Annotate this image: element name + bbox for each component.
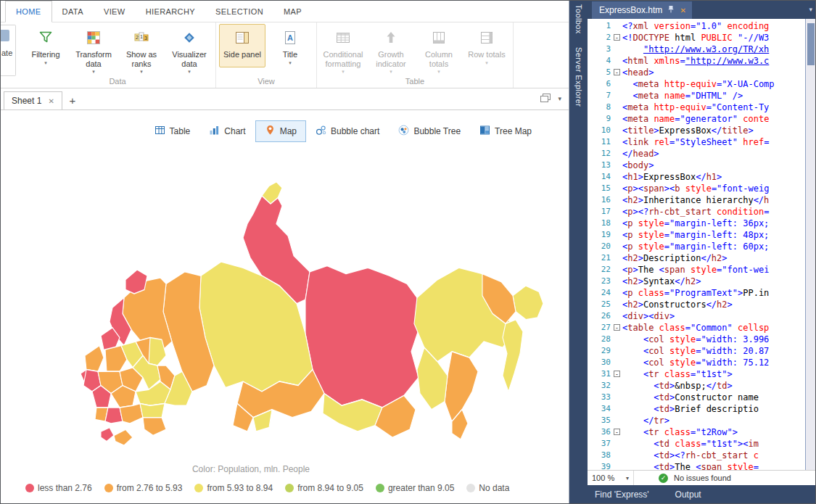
line-number: 39 (588, 461, 613, 470)
map-region[interactable] (120, 403, 143, 424)
growth-indicator-button[interactable]: Growth indicator▾ (368, 24, 414, 76)
side-tab-toolbox[interactable]: Toolbox (574, 4, 583, 34)
partial-button[interactable]: ate (1, 25, 16, 76)
map-region[interactable] (503, 320, 523, 392)
chevron-down-icon[interactable]: ▾ (558, 95, 561, 102)
fold-margin (613, 113, 622, 125)
zoom-select[interactable]: 100 % ▾ (588, 471, 634, 485)
view-button-table[interactable]: Table (145, 120, 200, 142)
code-line: 32 <td>&nbsp;</td> (588, 380, 806, 392)
menu-tab-map[interactable]: MAP (273, 1, 312, 22)
fold-collapse-icon[interactable]: - (614, 34, 620, 41)
fold-margin (613, 160, 622, 171)
app-window: HOMEDATAVIEWHIERARCHYSELECTIONMAP ate Fi… (0, 0, 816, 504)
title-button[interactable]: ATitle▾ (267, 24, 313, 67)
view-button-chart[interactable]: Chart (199, 120, 255, 142)
code-line: 26<div><div> (588, 310, 806, 322)
sheet-tab-bar: Sheet 1 ✕ + ▾ (1, 88, 569, 110)
svg-text:1: 1 (140, 34, 143, 39)
map-region[interactable] (85, 346, 104, 372)
menu-tab-view[interactable]: VIEW (94, 1, 136, 22)
tab-find-results[interactable]: Find 'Express' (595, 489, 649, 500)
map-region[interactable] (305, 265, 420, 408)
code-text: <h2>Inheritance hierarchy</h (622, 194, 806, 206)
fold-collapse-icon[interactable]: - (614, 371, 620, 377)
chevron-down-icon[interactable]: ▾ (809, 6, 812, 13)
column-totals-button[interactable]: Column totals▾ (416, 24, 462, 76)
map-region[interactable] (114, 429, 133, 445)
fold-collapse-icon[interactable]: - (614, 324, 620, 331)
document-tab[interactable]: ExpressBox.htm ✕ (592, 1, 692, 19)
line-number: 10 (588, 125, 613, 136)
menu-tab-selection[interactable]: SELECTION (205, 1, 273, 22)
transform-data-button[interactable]: Transform data▾ (70, 24, 117, 76)
button-label: Visualizer data (168, 50, 210, 68)
code-line: 10<title>ExpressBox</title> (588, 125, 806, 136)
code-text: <td><?rh-cbt_start c (622, 450, 806, 461)
fold-collapse-icon[interactable]: - (614, 429, 620, 435)
fold-margin (613, 206, 622, 218)
code-line: 17<p><?rh-cbt_start condition= (588, 206, 806, 218)
filtering-button[interactable]: Filtering▾ (22, 24, 69, 76)
menu-bar: HOMEDATAVIEWHIERARCHYSELECTIONMAP (1, 1, 569, 22)
code-line: 4<html xmlns="http://www.w3.c (588, 55, 806, 67)
fold-margin (613, 438, 622, 450)
side-panel-button[interactable]: Side panel (219, 24, 265, 67)
add-sheet-button[interactable]: + (62, 91, 83, 110)
arrange-windows-icon[interactable] (540, 94, 551, 104)
menu-tab-data[interactable]: DATA (52, 1, 94, 22)
view-button-tree-map[interactable]: Tree Map (470, 120, 541, 142)
legend-item: No data (466, 483, 509, 493)
menu-tab-hierarchy[interactable]: HIERARCHY (136, 1, 205, 22)
code-editor[interactable]: 1<?xml version="1.0" encoding2-<!DOCTYPE… (588, 19, 816, 470)
ribbon-group-data: Filtering▾Transform data▾213Show as rank… (20, 22, 216, 88)
legend-item: from 2.76 to 5.93 (104, 483, 183, 493)
ribbon-group-buttons: Side panelATitle▾ (218, 22, 314, 67)
legend-item: from 8.94 to 9.05 (285, 483, 363, 493)
legend-item: less than 2.76 (25, 483, 92, 493)
code-text: <div><div> (622, 310, 806, 322)
show-as-ranks-button[interactable]: 213Show as ranks▾ (118, 24, 165, 76)
menu-tab-home[interactable]: HOME (5, 1, 52, 22)
scrollbar-thumb[interactable] (807, 23, 815, 65)
view-button-map[interactable]: Map (255, 120, 306, 142)
pin-icon[interactable] (667, 5, 675, 15)
legend-label: from 8.94 to 9.05 (297, 483, 363, 493)
fold-margin (613, 102, 622, 113)
code-line: 12</head> (588, 148, 806, 160)
view-button-label: Table (170, 126, 191, 136)
view-button-bubble-chart[interactable]: Bubble chart (306, 120, 389, 142)
map-region[interactable] (513, 286, 543, 320)
view-button-bubble-tree[interactable]: Bubble Tree (389, 120, 470, 142)
code-line: 11<link rel="StyleSheet" href= (588, 136, 806, 148)
line-number: 15 (588, 183, 613, 194)
code-text: <p><span><b style="font-weig (622, 183, 806, 194)
side-tab-server-explorer[interactable]: Server Explorer (574, 47, 583, 107)
code-text: <meta http-equiv="X-UA-Comp (622, 78, 806, 90)
code-line: 23<h2>Syntax</h2> (588, 276, 806, 287)
code-line: 7 <meta name="DHTML" /> (588, 90, 806, 102)
close-icon[interactable]: ✕ (680, 7, 685, 15)
fold-margin (613, 229, 622, 241)
fold-margin (613, 450, 622, 461)
map-region[interactable] (125, 270, 147, 294)
fold-margin (613, 90, 622, 102)
map-region[interactable] (101, 427, 114, 441)
sheet-tab[interactable]: Sheet 1 ✕ (4, 91, 62, 110)
group-label: View (218, 76, 314, 88)
code-line: 2-<!DOCTYPE html PUBLIC "-//W3 (588, 32, 806, 44)
visualizer-data-button[interactable]: Visualizer data▾ (166, 24, 213, 76)
tab-output[interactable]: Output (675, 489, 701, 500)
russia-choropleth-map (79, 180, 543, 455)
fold-collapse-icon[interactable]: - (614, 69, 620, 75)
row-totals-button[interactable]: Row totals▾ (463, 24, 510, 76)
dropdown-caret-icon: ▾ (289, 60, 292, 66)
line-number: 26 (588, 310, 613, 322)
code-line: 24<p class="ProgramText">PP.in (588, 287, 806, 299)
map-region[interactable] (143, 418, 166, 436)
legend-color-dot (466, 484, 475, 492)
conditional-formatting-button[interactable]: Conditional formatting▾ (320, 24, 366, 76)
line-number: 20 (588, 241, 613, 252)
close-icon[interactable]: ✕ (48, 97, 54, 105)
vertical-scrollbar[interactable] (805, 19, 816, 470)
